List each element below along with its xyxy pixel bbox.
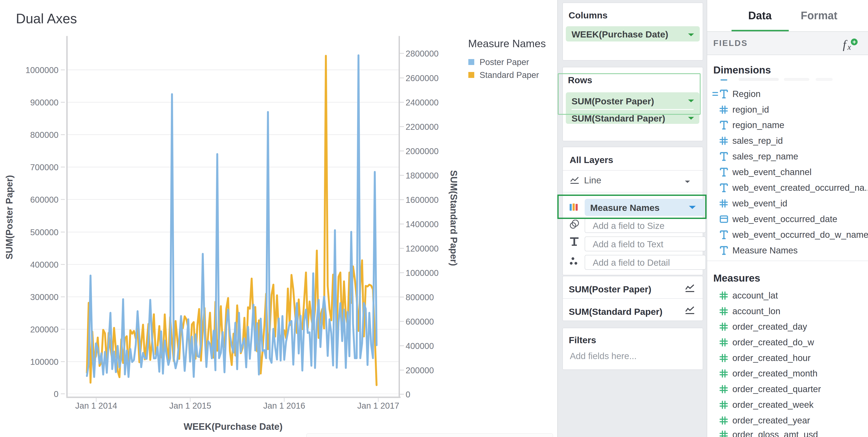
svg-text:SUM(Poster Paper): SUM(Poster Paper) [4, 175, 14, 260]
svg-text:900000: 900000 [30, 98, 59, 107]
svg-text:100000: 100000 [30, 357, 59, 367]
svg-text:Jan 1 2015: Jan 1 2015 [169, 401, 211, 410]
svg-text:200000: 200000 [406, 366, 434, 375]
svg-text:400000: 400000 [406, 341, 434, 350]
svg-text:800000: 800000 [30, 130, 59, 139]
svg-text:2800000: 2800000 [406, 49, 439, 58]
svg-text:2200000: 2200000 [406, 122, 439, 132]
svg-text:Poster Paper: Poster Paper [479, 57, 529, 67]
svg-text:1200000: 1200000 [406, 244, 439, 253]
svg-text:600000: 600000 [406, 317, 434, 326]
svg-text:700000: 700000 [30, 163, 59, 172]
svg-text:300000: 300000 [30, 292, 59, 302]
svg-text:2000000: 2000000 [406, 146, 439, 156]
svg-text:500000: 500000 [30, 228, 59, 237]
svg-text:200000: 200000 [30, 325, 59, 334]
svg-text:WEEK(Purchase Date): WEEK(Purchase Date) [184, 421, 282, 432]
svg-text:Dual Axes: Dual Axes [16, 11, 77, 26]
svg-text:1400000: 1400000 [406, 220, 439, 229]
svg-text:0: 0 [54, 390, 59, 399]
svg-text:1800000: 1800000 [406, 171, 439, 180]
svg-text:600000: 600000 [30, 195, 59, 204]
svg-text:Jan 1 2014: Jan 1 2014 [75, 401, 117, 410]
svg-text:Measure Names: Measure Names [468, 38, 546, 49]
svg-text:1000000: 1000000 [406, 268, 439, 277]
svg-text:800000: 800000 [406, 293, 434, 302]
svg-text:1000000: 1000000 [25, 65, 59, 75]
svg-text:Jan 1 2016: Jan 1 2016 [263, 401, 305, 410]
svg-text:1600000: 1600000 [406, 195, 439, 204]
svg-text:400000: 400000 [30, 260, 59, 269]
svg-text:Standard Paper: Standard Paper [479, 70, 539, 79]
svg-text:SUM(Standard Paper): SUM(Standard Paper) [448, 170, 459, 266]
svg-text:Jan 1 2017: Jan 1 2017 [357, 401, 399, 410]
svg-text:2600000: 2600000 [406, 73, 439, 83]
svg-text:2400000: 2400000 [406, 98, 439, 107]
svg-text:0: 0 [406, 390, 410, 399]
